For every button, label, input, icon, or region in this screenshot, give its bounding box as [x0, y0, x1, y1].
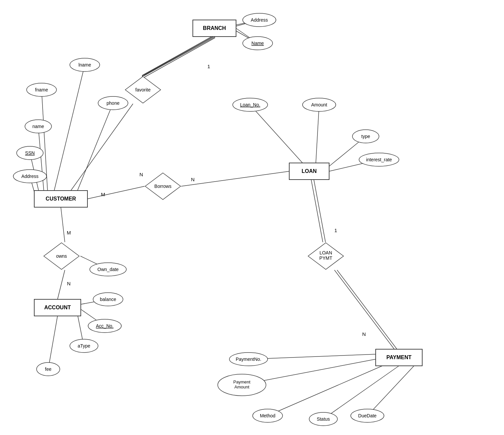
svg-line-24 — [58, 270, 65, 299]
svg-text:M: M — [101, 192, 105, 197]
svg-text:CUSTOMER: CUSTOMER — [46, 196, 76, 202]
svg-text:balance: balance — [100, 297, 116, 302]
svg-line-28 — [48, 316, 58, 369]
svg-text:PaymentAmount: PaymentAmount — [233, 379, 251, 389]
attr-interest_rate: interest_rate — [359, 153, 399, 166]
attr-atype: aType — [70, 339, 98, 353]
svg-text:N: N — [140, 172, 143, 177]
attr-payment_amount-fix: PaymentAmount — [218, 374, 266, 396]
er-svg: BRANCHCUSTOMERLOANACCOUNTPAYMENTAddressN… — [0, 0, 504, 435]
svg-text:owns: owns — [56, 253, 67, 259]
svg-line-21 — [181, 171, 289, 186]
attr-name: name — [25, 120, 52, 133]
rel-favorite: favorite — [125, 76, 161, 103]
attr-fee: fee — [37, 362, 60, 376]
svg-line-15 — [71, 104, 133, 191]
svg-text:Address: Address — [21, 174, 38, 179]
entity-BRANCH: BRANCH — [193, 20, 236, 37]
attr-lname: lname — [70, 58, 100, 72]
attr-branch_address: Address — [243, 13, 276, 27]
svg-line-32 — [337, 270, 397, 349]
svg-text:N: N — [67, 281, 71, 286]
er-diagram: BRANCHCUSTOMERLOANACCOUNTPAYMENTAddressN… — [0, 0, 504, 435]
attr-method: Method — [253, 409, 283, 422]
svg-text:name: name — [32, 124, 44, 129]
svg-text:Status: Status — [317, 416, 330, 422]
svg-text:DueDate: DueDate — [358, 413, 376, 418]
svg-line-11 — [77, 103, 113, 191]
rel-loan_pymt: LOANPYMT — [308, 243, 344, 269]
svg-text:PaymentNo.: PaymentNo. — [236, 357, 261, 362]
svg-text:phone: phone — [107, 100, 120, 106]
attr-phone: phone — [98, 96, 128, 110]
attr-loan_no: Loan_No. — [233, 98, 268, 111]
svg-line-37 — [367, 364, 416, 416]
rel-owns: owns — [44, 243, 79, 269]
svg-text:Loan_No.: Loan_No. — [240, 102, 260, 107]
svg-line-2 — [142, 36, 214, 75]
rel-borrows: Borrows — [145, 173, 181, 200]
entity-ACCOUNT: ACCOUNT — [34, 299, 81, 316]
attr-amount: Amount — [303, 98, 336, 111]
svg-text:interest_rate: interest_rate — [366, 157, 392, 162]
svg-text:fname: fname — [35, 87, 48, 92]
svg-text:ACCOUNT: ACCOUNT — [44, 305, 71, 310]
attr-duedate: DueDate — [351, 409, 384, 422]
svg-text:type: type — [361, 134, 370, 139]
svg-text:BRANCH: BRANCH — [203, 25, 226, 31]
svg-text:Amount: Amount — [311, 102, 327, 107]
svg-text:lname: lname — [78, 62, 91, 68]
entity-PAYMENT: PAYMENT — [376, 349, 422, 366]
svg-text:LOANPYMT: LOANPYMT — [319, 250, 332, 261]
svg-text:Address: Address — [251, 17, 268, 23]
svg-text:1: 1 — [207, 64, 210, 69]
attr-branch_name: Name — [243, 37, 273, 50]
attr-acc_no: Acc_No. — [88, 319, 121, 333]
attr-payment_no: PaymentNo. — [229, 353, 268, 366]
attr-own_date: Own_date — [90, 263, 126, 276]
svg-line-30 — [314, 180, 325, 242]
svg-line-31 — [334, 270, 394, 349]
svg-text:LOAN: LOAN — [302, 168, 316, 174]
attr-type: type — [352, 130, 379, 143]
svg-line-18 — [316, 105, 319, 163]
svg-text:1: 1 — [334, 227, 337, 233]
attr-ssn: SSN — [17, 146, 43, 160]
svg-text:favorite: favorite — [135, 87, 151, 92]
svg-text:M: M — [67, 230, 71, 235]
svg-text:Acc_No.: Acc_No. — [96, 323, 114, 329]
svg-text:aType: aType — [77, 343, 90, 349]
attr-address_c: Address — [13, 170, 47, 183]
svg-text:fee: fee — [45, 366, 52, 372]
svg-text:Name: Name — [251, 41, 264, 46]
svg-line-35 — [268, 366, 382, 416]
svg-line-7 — [142, 37, 213, 76]
svg-line-16 — [87, 186, 145, 199]
svg-line-29 — [311, 180, 323, 242]
svg-text:Own_date: Own_date — [97, 267, 119, 272]
svg-text:SSN: SSN — [25, 150, 35, 156]
svg-text:Method: Method — [260, 413, 276, 418]
svg-text:N: N — [362, 331, 366, 337]
attr-status: Status — [309, 412, 337, 426]
svg-line-17 — [250, 105, 303, 163]
svg-line-8 — [144, 37, 215, 76]
svg-line-3 — [144, 38, 215, 77]
attr-balance: balance — [93, 293, 123, 306]
svg-text:N: N — [191, 177, 195, 182]
svg-text:Borrows: Borrows — [154, 184, 171, 189]
entity-LOAN: LOAN — [289, 163, 329, 180]
svg-line-22 — [61, 207, 65, 242]
entity-CUSTOMER: CUSTOMER — [34, 191, 87, 207]
svg-line-9 — [54, 65, 85, 191]
svg-line-12 — [38, 126, 44, 196]
svg-text:PAYMENT: PAYMENT — [386, 355, 412, 360]
attr-fname: fname — [27, 83, 57, 96]
